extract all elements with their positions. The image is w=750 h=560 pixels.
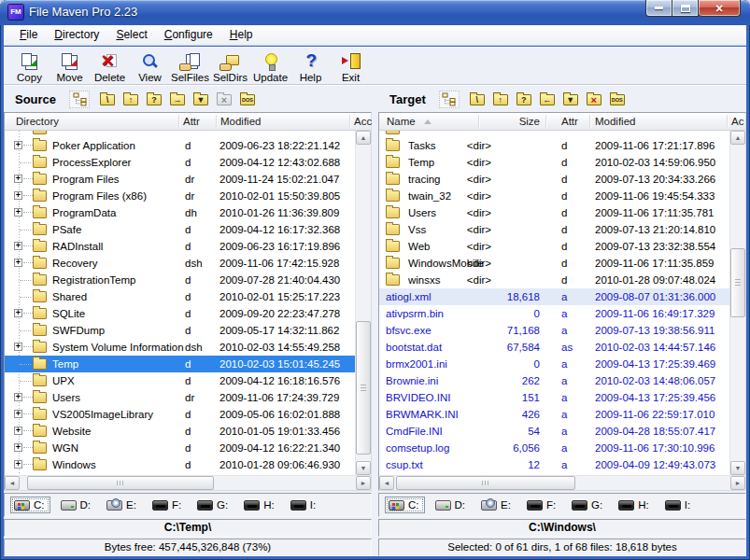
source-dir-row[interactable]: PSafed2009-04-12 16:17:32.368 <box>5 221 355 238</box>
source-column-attr[interactable]: Attr <box>183 113 200 130</box>
menu-item-help[interactable]: Help <box>221 25 262 45</box>
target-file-row[interactable]: bootstat.dat67,584as2010-02-03 14:44:57.… <box>379 339 729 356</box>
target-file-row[interactable]: atiogl.xml18,618a2009-08-07 01:31:36.000 <box>379 288 729 305</box>
source-dir-row[interactable]: +Recoverydsh2009-11-06 17:42:15.928 <box>5 255 355 272</box>
target-dir-row[interactable]: Tasks<dir>d2009-11-06 17:21:17.896 <box>379 137 729 154</box>
target-column-modified[interactable]: Modified <box>595 113 635 130</box>
maximize-button[interactable] <box>672 0 699 17</box>
target-vertical-scrollbar[interactable]: ▲ ▼ <box>729 131 745 475</box>
scroll-down-icon[interactable]: ▼ <box>730 461 745 475</box>
source-dir-row[interactable]: +WGNd2009-04-12 16:22:21.340 <box>5 440 355 456</box>
root-folder-icon[interactable]: \ <box>467 91 488 108</box>
copy-path-to-source-icon[interactable]: ← <box>537 91 558 108</box>
source-dir-row[interactable]: +Windowsd2010-01-28 09:06:46.930 <box>5 456 355 473</box>
source-drive-e-button[interactable]: E: <box>103 497 142 513</box>
expand-plus-icon[interactable]: + <box>14 393 22 401</box>
source-column-modified[interactable]: Modified <box>220 113 261 130</box>
target-column-size[interactable]: Size <box>473 113 540 130</box>
column-resize-handle[interactable] <box>349 115 350 128</box>
target-dir-row[interactable]: twain_32<dir>d2009-11-06 19:45:54.333 <box>379 188 729 204</box>
target-file-row[interactable]: CmdFile.INI54a2009-04-28 18:55:07.417 <box>379 423 729 440</box>
scroll-left-icon[interactable]: ◄ <box>5 476 20 490</box>
filter-folder-icon[interactable]: ▼ <box>191 91 211 108</box>
source-column-directory[interactable]: Directory <box>16 113 59 130</box>
target-file-row[interactable]: Brownie.ini262a2010-02-03 14:48:06.057 <box>379 372 729 389</box>
source-drive-d-button[interactable]: D: <box>57 497 97 513</box>
find-folder-icon[interactable]: ? <box>144 91 164 108</box>
column-resize-handle[interactable] <box>178 115 179 128</box>
target-drive-g-button[interactable]: G: <box>568 497 608 513</box>
seldirs-button[interactable]: SelDirs <box>210 49 250 83</box>
target-file-row[interactable]: BRWMARK.INI426a2009-11-06 22:59:17.010 <box>379 406 729 423</box>
target-dir-row[interactable]: winsxs<dir>d2010-01-28 09:07:48.024 <box>379 272 729 288</box>
column-resize-handle[interactable] <box>545 115 546 128</box>
expand-plus-icon[interactable]: + <box>14 175 22 183</box>
help-button[interactable]: Help <box>290 49 331 83</box>
target-drive-f-button[interactable]: F: <box>523 497 561 513</box>
delete-folder-icon[interactable]: × <box>584 91 604 108</box>
target-drive-h-button[interactable]: H: <box>615 497 655 513</box>
expand-plus-icon[interactable]: + <box>14 460 22 469</box>
source-vertical-scrollbar[interactable]: ▲ ▼ <box>355 131 371 475</box>
target-file-row[interactable]: csup.txt12a2009-04-09 12:49:43.073 <box>379 456 729 473</box>
expand-plus-icon[interactable]: + <box>14 427 22 435</box>
scroll-right-icon[interactable]: ► <box>730 476 745 490</box>
view-button[interactable]: View <box>130 49 170 83</box>
source-dir-row[interactable]: UPXd2009-04-12 16:18:16.576 <box>5 372 355 389</box>
source-dir-row[interactable]: +System Volume Informationdsh2010-02-03 … <box>5 339 355 356</box>
expand-plus-icon[interactable]: + <box>14 242 22 250</box>
menu-item-directory[interactable]: Directory <box>46 25 107 45</box>
target-dir-row[interactable]: tracing<dir>d2009-07-13 20:34:33.266 <box>379 171 729 188</box>
close-button[interactable]: × <box>699 0 741 17</box>
target-dir-row[interactable]: Temp<dir>d2010-02-03 14:59:06.950 <box>379 154 729 171</box>
menu-item-file[interactable]: File <box>11 25 46 45</box>
root-folder-icon[interactable]: \ <box>97 91 118 108</box>
target-file-row[interactable]: brmx2001.ini0a2009-04-13 17:25:39.469 <box>379 356 729 372</box>
target-file-row[interactable]: BRVIDEO.INI151a2009-04-13 17:25:39.456 <box>379 389 729 406</box>
target-horizontal-scrollbar[interactable]: ◄ ► <box>379 475 745 490</box>
column-resize-handle[interactable] <box>216 115 217 128</box>
source-dir-row[interactable]: +Websited2010-01-05 19:01:33.456 <box>5 423 355 440</box>
scroll-left-icon[interactable]: ◄ <box>379 476 394 490</box>
tree-view-icon[interactable] <box>69 91 90 108</box>
scroll-up-icon[interactable]: ▲ <box>356 131 371 145</box>
source-dir-row[interactable]: Sharedd2010-02-01 15:25:17.223 <box>5 288 355 305</box>
source-drive-f-button[interactable]: F: <box>149 497 187 513</box>
source-dir-row[interactable]: ProcessExplorerd2009-04-12 12:43:02.688 <box>5 154 355 171</box>
target-column-accessed[interactable]: Ac <box>731 113 743 130</box>
copy-button[interactable]: Copy <box>9 49 50 83</box>
titlebar[interactable]: FM File Maven Pro 2.23 × <box>0 0 750 25</box>
filter-folder-icon[interactable]: ▼ <box>560 91 581 108</box>
source-dir-row[interactable]: +VS2005ImageLibraryd2009-05-06 16:02:01.… <box>5 406 355 423</box>
target-column-attr[interactable]: Attr <box>561 113 578 130</box>
scroll-down-icon[interactable]: ▼ <box>356 461 371 475</box>
target-file-row[interactable]: ativpsrm.bin0a2009-11-06 16:49:17.329 <box>379 305 729 322</box>
expand-plus-icon[interactable]: + <box>14 141 22 149</box>
find-folder-icon[interactable]: ? <box>514 91 534 108</box>
menu-item-select[interactable]: Select <box>107 25 155 45</box>
target-dir-row[interactable]: WindowsMobile<dir>d2009-11-06 17:11:35.8… <box>379 255 729 272</box>
scroll-thumb[interactable] <box>27 476 214 490</box>
source-dir-row[interactable]: +RADInstalld2009-06-23 16:17:19.896 <box>5 238 355 255</box>
expand-plus-icon[interactable]: + <box>14 191 22 200</box>
expand-plus-icon[interactable]: + <box>14 309 22 317</box>
delete-button[interactable]: Delete <box>90 49 130 83</box>
source-dir-row[interactable]: +Poker Applicationd2009-06-23 18:22:21.1… <box>5 137 355 154</box>
scroll-thumb[interactable] <box>730 248 745 317</box>
move-button[interactable]: Move <box>50 49 90 83</box>
scroll-up-icon[interactable]: ▲ <box>730 131 745 145</box>
target-file-row[interactable]: bfsvc.exe71,168a2009-07-13 19:38:56.911 <box>379 322 729 339</box>
target-file-row[interactable]: comsetup.log6,056a2009-11-06 17:30:10.99… <box>379 440 729 456</box>
dos-names-icon[interactable]: DOS <box>237 91 258 108</box>
source-horizontal-scrollbar[interactable]: ◄ ► <box>5 475 371 490</box>
source-dir-row[interactable]: RegistrationTempd2009-07-28 21:40:04.430 <box>5 272 355 288</box>
copy-path-to-target-icon[interactable]: → <box>167 91 188 108</box>
tree-view-icon[interactable] <box>439 91 460 108</box>
source-dir-row[interactable]: SWFDumpd2009-05-17 14:32:11.862 <box>5 322 355 339</box>
expand-plus-icon[interactable]: + <box>14 208 22 217</box>
column-resize-handle[interactable] <box>478 115 479 128</box>
source-drive-c-button[interactable]: C: <box>10 497 50 513</box>
target-dir-row[interactable]: Users<dir>d2009-11-06 17:11:35.781 <box>379 204 729 221</box>
scroll-right-icon[interactable]: ► <box>356 476 371 490</box>
target-dir-row[interactable]: Vss<dir>d2009-07-13 21:20:14.810 <box>379 221 729 238</box>
